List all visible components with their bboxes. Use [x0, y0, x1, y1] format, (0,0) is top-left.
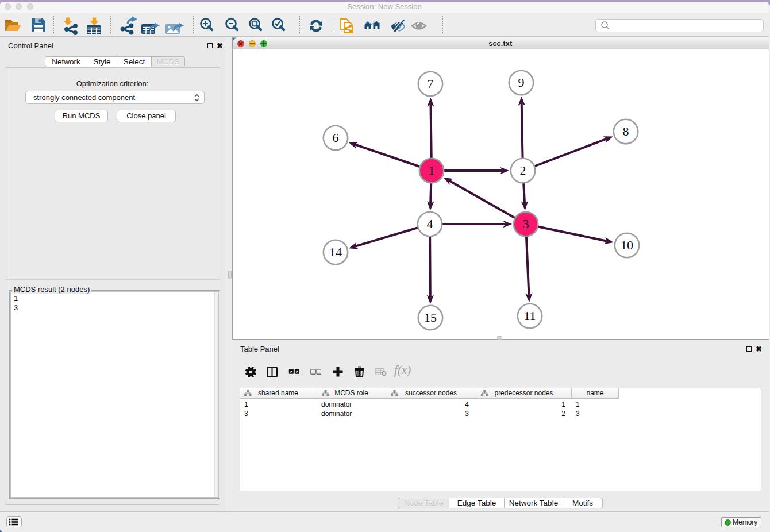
svg-text:14: 14: [329, 245, 342, 259]
svg-text:15: 15: [424, 310, 437, 325]
svg-text:9: 9: [518, 75, 525, 90]
svg-text:7: 7: [428, 76, 434, 91]
svg-text:8: 8: [623, 124, 629, 138]
svg-text:4: 4: [427, 217, 433, 231]
svg-text:3: 3: [523, 217, 529, 231]
svg-text:2: 2: [520, 163, 526, 178]
svg-text:11: 11: [523, 309, 536, 323]
svg-text:6: 6: [333, 130, 339, 145]
svg-text:1: 1: [429, 163, 435, 178]
svg-text:10: 10: [621, 238, 633, 252]
